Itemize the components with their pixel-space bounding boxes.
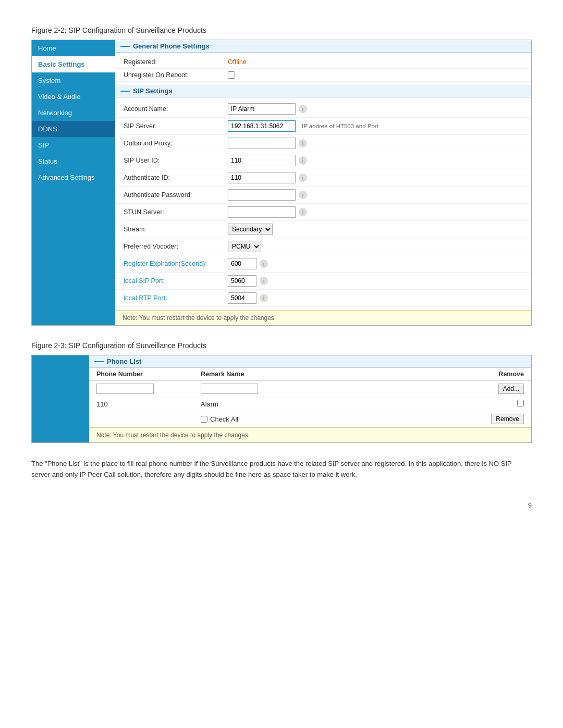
- sip-settings-section: SIP Settings: [115, 85, 531, 97]
- sidebar-item-video-audio[interactable]: Video & Audio: [32, 89, 115, 105]
- authenticate-password-info-icon[interactable]: i: [299, 191, 307, 199]
- account-name-input[interactable]: [228, 103, 296, 115]
- stun-server-info-icon[interactable]: i: [299, 208, 307, 216]
- local-rtp-port-value: i: [228, 292, 268, 304]
- stun-server-row: STUN Server: i: [115, 204, 531, 221]
- sip-user-id-input[interactable]: [228, 155, 296, 166]
- outbound-proxy-row: Outbound Proxy: i: [115, 135, 531, 152]
- phone-number-input-cell: [96, 384, 201, 394]
- account-name-info-icon[interactable]: i: [299, 105, 307, 113]
- local-sip-port-row: local SIP Port: i: [115, 273, 531, 290]
- phone-number-value-0: 110: [96, 400, 201, 408]
- preferred-vocoder-label: Preferred Vocoder:: [124, 243, 228, 250]
- sip-user-id-info-icon[interactable]: i: [299, 156, 307, 165]
- remove-button[interactable]: Remove: [491, 414, 524, 424]
- phone-list-row-0: 110 Alarm: [89, 397, 531, 411]
- account-name-label: Account Name:: [124, 105, 228, 113]
- registered-value: Offline: [228, 58, 247, 66]
- sip-user-id-value: i: [228, 155, 307, 166]
- sip-server-input[interactable]: [228, 120, 296, 132]
- account-name-value: i: [228, 103, 307, 115]
- sidebar-item-networking[interactable]: Networking: [32, 105, 115, 121]
- stream-select[interactable]: Secondary Primary: [228, 224, 273, 235]
- general-phone-table: Registered: Offline Unregister On Reboot…: [115, 53, 531, 85]
- phone-list-label: Phone List: [107, 357, 141, 365]
- local-sip-port-input[interactable]: [228, 275, 256, 287]
- col-phone-number: Phone Number: [96, 371, 201, 378]
- col-remark-name: Remark Name: [201, 371, 477, 378]
- authenticate-id-info-icon[interactable]: i: [299, 174, 307, 182]
- sidebar-item-status[interactable]: Status: [32, 153, 115, 169]
- authenticate-id-input[interactable]: [228, 172, 296, 183]
- general-phone-section: General Phone Settings: [115, 40, 531, 53]
- offline-status: Offline: [228, 58, 247, 66]
- local-sip-port-info-icon[interactable]: i: [260, 277, 268, 285]
- sidebar-item-ddns[interactable]: DDNS: [32, 121, 115, 137]
- authenticate-password-label: Authenticate Password:: [124, 191, 228, 199]
- remove-checkbox-cell-0: [477, 400, 524, 408]
- sip-user-id-label: SIP User ID:: [124, 157, 228, 164]
- registered-row: Registered: Offline: [115, 56, 531, 69]
- authenticate-id-value: i: [228, 172, 307, 183]
- outbound-proxy-value: i: [228, 138, 307, 149]
- general-phone-label: General Phone Settings: [133, 42, 210, 50]
- unregister-checkbox[interactable]: [228, 71, 235, 79]
- outbound-proxy-label: Outbound Proxy:: [124, 140, 228, 147]
- preferred-vocoder-select[interactable]: PCMU PCMA: [228, 241, 261, 252]
- phone-list-headers: Phone Number Remark Name Remove: [89, 368, 531, 381]
- phone-input-row: Add...: [89, 381, 531, 397]
- page-number: 9: [31, 501, 532, 509]
- sidebar-item-home[interactable]: Home: [32, 40, 115, 56]
- add-button[interactable]: Add...: [498, 384, 524, 394]
- figure2-title: Figure 2-2: SIP Configuration of Surveil…: [31, 26, 532, 34]
- remark-name-input[interactable]: [201, 384, 258, 394]
- figure2-note: Note: You must restart the device to app…: [115, 310, 531, 325]
- figure3-title: Figure 2-3: SIP Configuration of Surveil…: [31, 341, 532, 350]
- sip-settings-table: Account Name: i SIP Server: IP addree of…: [115, 97, 531, 310]
- sip-server-label: SIP Server:: [124, 122, 228, 130]
- phone-list-section: Phone List: [89, 355, 531, 368]
- remove-button-cell: Remove: [477, 414, 524, 424]
- figure3-sidebar: [32, 355, 89, 442]
- remove-checkbox-0[interactable]: [517, 400, 524, 406]
- sidebar-item-basic-settings[interactable]: Basic Settings: [32, 56, 115, 72]
- register-expiration-input[interactable]: [228, 258, 256, 269]
- sip-section-line: [120, 91, 130, 92]
- figure3-main: Phone List Phone Number Remark Name Remo…: [89, 355, 531, 442]
- register-expiration-row: Register Expiration(Second): i: [115, 255, 531, 273]
- outbound-proxy-input[interactable]: [228, 138, 296, 149]
- authenticate-id-row: Authenticate ID: i: [115, 169, 531, 187]
- sip-user-id-row: SIP User ID: i: [115, 152, 531, 169]
- local-sip-port-value: i: [228, 275, 268, 287]
- local-sip-port-label: local SIP Port:: [124, 277, 228, 285]
- phone-list-line: [94, 361, 104, 362]
- stun-server-input[interactable]: [228, 206, 296, 218]
- unregister-value: [228, 71, 235, 79]
- phone-number-input[interactable]: [96, 384, 154, 394]
- check-all-label: Check All: [210, 415, 238, 423]
- check-all-checkbox[interactable]: [201, 416, 207, 423]
- authenticate-password-value: i: [228, 189, 307, 201]
- local-rtp-port-input[interactable]: [228, 292, 256, 304]
- authenticate-password-input[interactable]: [228, 189, 296, 201]
- figure3-container: Phone List Phone Number Remark Name Remo…: [31, 355, 532, 443]
- stream-value: Secondary Primary: [228, 224, 273, 235]
- section-line: [120, 46, 130, 47]
- register-expiration-info-icon[interactable]: i: [260, 260, 268, 268]
- account-name-row: Account Name: i: [115, 101, 531, 118]
- sidebar-item-sip[interactable]: SIP: [32, 137, 115, 153]
- remark-name-value-0: Alarm: [201, 400, 477, 408]
- figure2-sidebar: Home Basic Settings System Video & Audio…: [32, 40, 115, 325]
- register-expiration-label: Register Expiration(Second):: [124, 260, 228, 267]
- local-rtp-port-label: local RTP Port:: [124, 294, 228, 302]
- local-rtp-port-info-icon[interactable]: i: [260, 294, 268, 302]
- sidebar-item-advanced-settings[interactable]: Advanced Settings: [32, 169, 115, 186]
- footer-text: The "Phone List" is the place to fill re…: [31, 459, 532, 480]
- figure3-note: Note: You must restart the device to app…: [89, 427, 531, 442]
- add-button-cell: Add...: [477, 384, 524, 394]
- outbound-proxy-info-icon[interactable]: i: [299, 139, 307, 147]
- sip-server-hint: IP addree of HT503 and Port: [302, 123, 378, 129]
- sidebar-item-system[interactable]: System: [32, 72, 115, 89]
- preferred-vocoder-value: PCMU PCMA: [228, 241, 261, 252]
- unregister-row: Unregister On Reboot:: [115, 69, 531, 82]
